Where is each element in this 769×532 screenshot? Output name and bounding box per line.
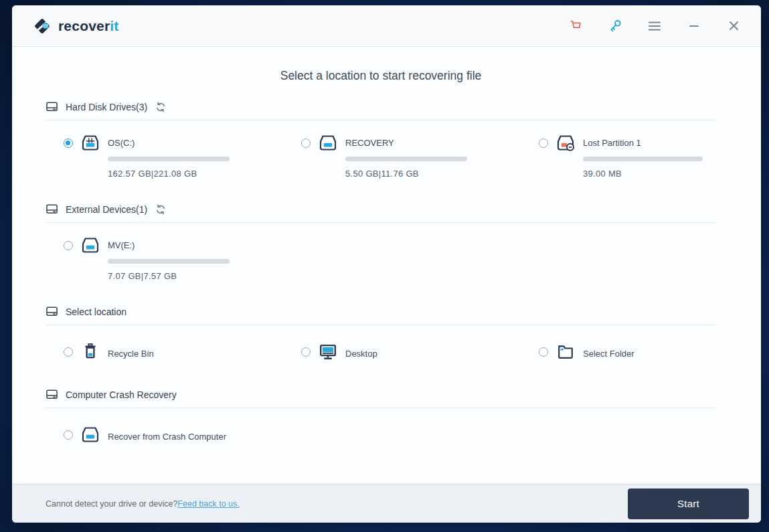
drive-label: RECOVERY xyxy=(345,138,467,148)
footer-bar: Cannot detect your drive or device? Feed… xyxy=(12,484,761,523)
hard-drive-section-icon xyxy=(46,389,58,400)
start-button[interactable]: Start xyxy=(628,489,749,519)
item-recover-from-crash-computer[interactable]: Recover from Crash Computer xyxy=(64,423,539,447)
system-disk-icon xyxy=(81,135,100,151)
radio-recovery[interactable] xyxy=(301,139,311,148)
radio-os-c[interactable] xyxy=(64,139,73,148)
drive-label: OS(C:) xyxy=(108,138,230,148)
desktop-icon xyxy=(319,343,337,361)
cart-icon[interactable] xyxy=(563,15,588,37)
drive-label: Lost Partition 1 xyxy=(583,138,703,148)
close-icon[interactable] xyxy=(721,15,746,37)
section-title: External Devices(1) xyxy=(66,204,147,215)
location-item-recycle-bin[interactable]: Recycle Bin xyxy=(64,340,301,364)
logo-wordmark: recoverit xyxy=(58,18,119,34)
location-label: Recycle Bin xyxy=(108,349,154,359)
menu-icon[interactable] xyxy=(642,15,667,37)
section-title: Select location xyxy=(66,306,126,317)
page-title: Select a location to start recovering fi… xyxy=(46,69,716,83)
drive-label: MV(E:) xyxy=(108,240,230,250)
app-logo: recoverit xyxy=(32,16,119,36)
section-title: Computer Crash Recovery xyxy=(66,389,177,400)
logo-diamond-icon xyxy=(32,16,52,36)
drive-item-lost-partition-1[interactable]: Lost Partition 1 39.00 MB xyxy=(539,135,716,179)
key-icon[interactable] xyxy=(602,15,628,37)
drive-item-recovery[interactable]: RECOVERY 5.50 GB|11.76 GB xyxy=(301,135,539,179)
drive-size: 5.50 GB|11.76 GB xyxy=(345,169,467,179)
app-window: recoverit xyxy=(12,5,761,523)
hard-disk-drive-list: OS(C:) 162.57 GB|221.08 GB RECOVERY 5.50 xyxy=(46,120,716,185)
recycle-bin-icon xyxy=(81,343,100,361)
drive-icon xyxy=(81,237,100,254)
section-header-select-location: Select location xyxy=(46,306,716,325)
lost-partition-icon xyxy=(556,135,575,151)
radio-lost-partition-1[interactable] xyxy=(539,139,548,148)
location-label: Desktop xyxy=(345,349,377,359)
location-item-desktop[interactable]: Desktop xyxy=(301,340,539,364)
main-content: Select a location to start recovering fi… xyxy=(12,47,761,484)
select-location-list: Recycle Bin Desktop xyxy=(46,325,716,371)
titlebar: recoverit xyxy=(12,5,761,47)
radio-desktop[interactable] xyxy=(301,347,311,357)
hard-drive-section-icon xyxy=(46,203,58,215)
feedback-link[interactable]: Feed back to us. xyxy=(177,499,239,509)
drive-item-mv-e[interactable]: MV(E:) 7.07 GB|7.57 GB xyxy=(64,238,301,281)
capacity-bar xyxy=(345,157,467,161)
hard-drive-section-icon xyxy=(46,101,58,112)
drive-size: 7.07 GB|7.57 GB xyxy=(108,271,230,281)
footer-hint-text: Cannot detect your drive or device? xyxy=(46,499,177,509)
section-title: Hard Disk Drives(3) xyxy=(66,102,147,112)
section-header-crash-recovery: Computer Crash Recovery xyxy=(46,389,716,408)
drive-size: 39.00 MB xyxy=(583,169,703,179)
external-device-list: MV(E:) 7.07 GB|7.57 GB xyxy=(46,223,716,288)
folder-icon xyxy=(556,343,575,361)
radio-mv-e[interactable] xyxy=(64,241,73,250)
location-label: Recover from Crash Computer xyxy=(108,432,226,442)
section-header-hard-disk-drives: Hard Disk Drives(3) xyxy=(46,101,716,120)
location-label: Select Folder xyxy=(583,349,634,359)
refresh-icon[interactable] xyxy=(155,204,166,215)
drive-item-os-c[interactable]: OS(C:) 162.57 GB|221.08 GB xyxy=(64,135,301,179)
crash-recovery-list: Recover from Crash Computer xyxy=(46,408,716,454)
capacity-bar xyxy=(108,157,230,161)
refresh-icon[interactable] xyxy=(155,102,166,112)
drive-icon xyxy=(319,135,337,151)
radio-recycle-bin[interactable] xyxy=(64,347,73,357)
drive-size: 162.57 GB|221.08 GB xyxy=(108,169,230,179)
hard-drive-section-icon xyxy=(46,306,58,317)
capacity-bar xyxy=(583,157,703,161)
minimize-icon[interactable] xyxy=(681,15,707,37)
section-header-external-devices: External Devices(1) xyxy=(46,203,716,223)
radio-crash-computer[interactable] xyxy=(64,430,73,440)
location-item-select-folder[interactable]: Select Folder xyxy=(539,340,716,364)
crash-computer-icon xyxy=(81,426,100,443)
capacity-bar xyxy=(108,259,230,264)
radio-select-folder[interactable] xyxy=(539,347,548,357)
